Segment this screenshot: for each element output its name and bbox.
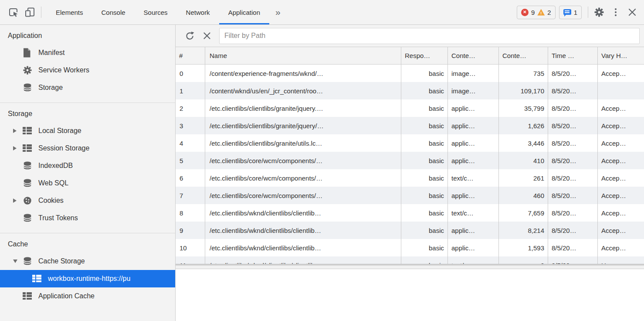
sidebar-item-service-workers[interactable]: Service Workers <box>0 61 175 79</box>
sidebar-item-trust-tokens[interactable]: Trust Tokens <box>0 209 175 227</box>
table-row[interactable]: 10/etc.clientlibs/wknd/clientlibs/client… <box>176 239 644 256</box>
sidebar-item-cache-storage[interactable]: Cache Storage <box>0 253 175 270</box>
cell-time-cached: 8/5/20… <box>548 169 598 187</box>
cache-filter-toolbar <box>176 25 644 47</box>
cell-response-type: basic <box>401 222 448 239</box>
chevron-right-expander[interactable] <box>13 129 23 133</box>
table-row[interactable]: 1/content/wknd/us/en/_jcr_content/roo…ba… <box>176 82 644 99</box>
column-header-time-cached[interactable]: Time … <box>548 47 598 64</box>
table-row[interactable]: 3/etc.clientlibs/clientlibs/granite/jque… <box>176 117 644 134</box>
chevron-down-expander[interactable] <box>13 260 23 263</box>
cell-content-length: 460 <box>499 187 548 204</box>
close-devtools-button[interactable] <box>624 0 641 24</box>
cell-response-type: basic <box>401 256 448 264</box>
cell-response-type: basic <box>401 134 448 152</box>
table-row[interactable]: 9/etc.clientlibs/wknd/clientlibs/clientl… <box>176 222 644 239</box>
file-icon <box>23 48 35 58</box>
sidebar-item-local-storage[interactable]: Local Storage <box>0 122 175 140</box>
sidebar-item-manifest[interactable]: Manifest <box>0 44 175 61</box>
settings-button[interactable] <box>591 0 607 24</box>
cache-table-body: 0/content/experience-fragments/wknd/…bas… <box>176 65 644 264</box>
tab-console[interactable]: Console <box>92 0 135 24</box>
cell-vary-header <box>598 82 644 99</box>
cell-content-type: applic… <box>448 99 499 117</box>
column-header-response-type[interactable]: Respo… <box>401 47 448 64</box>
delete-selected-button[interactable] <box>198 27 216 44</box>
sidebar-item-indexeddb[interactable]: IndexedDB <box>0 157 175 174</box>
horizontal-scrollbar[interactable] <box>176 264 644 269</box>
cache-view: # Name Respo… Conte… Conte… Time … Vary … <box>176 25 644 321</box>
triangle-right-icon <box>13 129 17 133</box>
tab-elements[interactable]: Elements <box>47 0 92 24</box>
device-toolbar-button[interactable] <box>22 0 38 24</box>
table-row[interactable]: 0/content/experience-fragments/wknd/…bas… <box>176 65 644 82</box>
column-header-number[interactable]: # <box>176 47 205 64</box>
cell-name: /etc.clientlibs/clientlibs/granite/jquer… <box>205 99 401 117</box>
chevron-right-expander[interactable] <box>13 198 23 203</box>
cell-vary-header: Accep… <box>598 239 644 256</box>
table-row[interactable]: 6/etc.clientlibs/core/wcm/components/…ba… <box>176 169 644 187</box>
tab-network[interactable]: Network <box>177 0 219 24</box>
cell-content-length: 2 <box>499 256 548 264</box>
application-sidebar: ApplicationManifestService WorkersStorag… <box>0 25 176 321</box>
column-header-content-type[interactable]: Conte… <box>448 47 499 64</box>
cell-vary-header: Accep… <box>598 222 644 239</box>
table-row[interactable]: 5/etc.clientlibs/core/wcm/components/…ba… <box>176 152 644 169</box>
chevron-right-expander[interactable] <box>13 146 23 150</box>
sidebar-item-workbox-runtime-https-pu[interactable]: workbox-runtime-https://pu <box>0 270 175 287</box>
table-icon <box>32 275 44 283</box>
sidebar-item-label: Service Workers <box>38 66 89 74</box>
cell-content-type: applic… <box>448 134 499 152</box>
column-header-vary-header[interactable]: Vary H… <box>598 47 644 64</box>
cell-name: /etc.clientlibs/wknd/clientlibs/clientli… <box>205 204 401 222</box>
cell-content-type: applic… <box>448 152 499 169</box>
devtools-window: Elements Console Sources Network Applica… <box>0 0 644 321</box>
issues-badge[interactable]: 1 <box>559 6 582 19</box>
application-panel: ApplicationManifestService WorkersStorag… <box>0 25 644 321</box>
cell-content-length: 8,214 <box>499 222 548 239</box>
panel-tabs: Elements Console Sources Network Applica… <box>47 0 287 24</box>
more-tabs-button[interactable]: » <box>269 0 287 24</box>
sidebar-item-label: Storage <box>38 84 63 92</box>
sidebar-item-web-sql[interactable]: Web SQL <box>0 174 175 192</box>
sidebar-item-storage[interactable]: Storage <box>0 79 175 96</box>
refresh-button[interactable] <box>181 27 198 44</box>
table-row[interactable]: 11/etc.clientlibs/wknd/clientlibs/client… <box>176 256 644 264</box>
table-row[interactable]: 7/etc.clientlibs/core/wcm/components/…ba… <box>176 187 644 204</box>
cell-response-type: basic <box>401 152 448 169</box>
database-icon <box>23 83 35 92</box>
sidebar-item-cookies[interactable]: Cookies <box>0 192 175 209</box>
cell-time-cached: 8/5/20… <box>548 99 598 117</box>
sidebar-item-label: Web SQL <box>38 179 68 187</box>
table-row[interactable]: 4/etc.clientlibs/clientlibs/granite/util… <box>176 134 644 152</box>
triangle-right-icon <box>13 198 17 203</box>
message-count: 1 <box>574 9 577 16</box>
sidebar-item-application-cache[interactable]: Application Cache <box>0 287 175 305</box>
section-title: Application <box>0 32 175 40</box>
console-errors-warnings-badge[interactable]: ✕ 9 ! 2 <box>517 6 556 19</box>
cell-name: /etc.clientlibs/core/wcm/components/… <box>205 169 401 187</box>
sidebar-item-label: Session Storage <box>38 144 89 152</box>
cell-number: 8 <box>176 204 205 222</box>
cell-name: /etc.clientlibs/clientlibs/granite/utils… <box>205 134 401 152</box>
cell-number: 6 <box>176 169 205 187</box>
table-row[interactable]: 8/etc.clientlibs/wknd/clientlibs/clientl… <box>176 204 644 222</box>
inspect-element-button[interactable] <box>5 0 22 24</box>
cell-content-type: text/… <box>448 256 499 264</box>
database-icon <box>23 178 35 188</box>
tab-sources[interactable]: Sources <box>135 0 177 24</box>
cell-content-type: applic… <box>448 222 499 239</box>
filter-by-path-input[interactable] <box>219 28 640 44</box>
customize-menu-button[interactable] <box>607 0 624 24</box>
cookie-icon <box>23 196 35 205</box>
sidebar-item-session-storage[interactable]: Session Storage <box>0 140 175 157</box>
sidebar-section-storage: StorageLocal StorageSession StorageIndex… <box>0 103 175 233</box>
tab-application[interactable]: Application <box>219 0 269 24</box>
sidebar-item-label: Application Cache <box>38 292 95 300</box>
table-icon <box>23 292 35 300</box>
table-row[interactable]: 2/etc.clientlibs/clientlibs/granite/jque… <box>176 99 644 117</box>
column-header-content-length[interactable]: Conte… <box>499 47 548 64</box>
triangle-right-icon <box>13 146 17 150</box>
column-header-name[interactable]: Name <box>205 47 401 64</box>
cell-content-type: applic… <box>448 239 499 256</box>
